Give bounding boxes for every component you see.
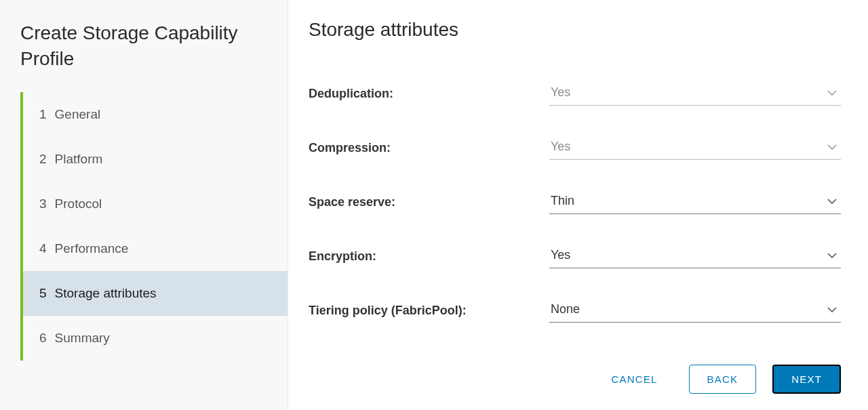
field-compression-row: Compression: Yes xyxy=(309,136,841,160)
wizard-footer: CANCEL BACK NEXT xyxy=(309,352,841,394)
step-performance[interactable]: 4 Performance xyxy=(23,226,288,271)
field-deduplication-row: Deduplication: Yes xyxy=(309,81,841,106)
select-control[interactable]: Thin xyxy=(549,190,841,214)
field-tiering-policy-row: Tiering policy (FabricPool): None xyxy=(309,298,841,323)
chevron-down-icon xyxy=(827,253,837,258)
compression-select[interactable]: Yes xyxy=(549,136,841,160)
wizard-container: Create Storage Capability Profile 1 Gene… xyxy=(0,0,868,410)
page-title: Storage attributes xyxy=(309,19,841,41)
step-label: Platform xyxy=(55,152,103,167)
wizard-steps: 1 General 2 Platform 3 Protocol 4 Perfor… xyxy=(20,92,288,361)
encryption-select[interactable]: Yes xyxy=(549,244,841,268)
step-label: Protocol xyxy=(55,197,102,211)
field-label: Encryption: xyxy=(309,249,549,264)
field-space-reserve-row: Space reserve: Thin xyxy=(309,190,841,214)
step-num: 1 xyxy=(39,107,47,122)
select-value: Yes xyxy=(551,85,570,100)
wizard-title: Create Storage Capability Profile xyxy=(20,20,288,72)
field-label: Compression: xyxy=(309,141,549,155)
chevron-down-icon xyxy=(827,199,837,204)
select-value: Thin xyxy=(551,194,574,208)
field-label: Space reserve: xyxy=(309,195,549,209)
step-general[interactable]: 1 General xyxy=(23,92,288,137)
step-platform[interactable]: 2 Platform xyxy=(23,137,288,182)
select-control[interactable]: Yes xyxy=(549,81,841,106)
field-label: Deduplication: xyxy=(309,87,549,101)
cancel-button[interactable]: CANCEL xyxy=(596,365,672,393)
select-value: None xyxy=(551,302,580,316)
select-value: Yes xyxy=(551,248,570,262)
field-label: Tiering policy (FabricPool): xyxy=(309,304,549,318)
step-protocol[interactable]: 3 Protocol xyxy=(23,182,288,226)
step-num: 3 xyxy=(39,197,47,211)
step-label: General xyxy=(55,107,101,122)
step-num: 4 xyxy=(39,241,47,256)
field-encryption-row: Encryption: Yes xyxy=(309,244,841,268)
tiering-policy-select[interactable]: None xyxy=(549,298,841,323)
form-rows: Deduplication: Yes Compression: Yes xyxy=(309,81,841,352)
step-num: 6 xyxy=(39,331,47,346)
select-value: Yes xyxy=(551,140,570,154)
step-summary[interactable]: 6 Summary xyxy=(23,316,288,361)
step-label: Storage attributes xyxy=(55,286,157,301)
step-label: Summary xyxy=(55,331,110,346)
step-storage-attributes[interactable]: 5 Storage attributes xyxy=(23,271,288,316)
chevron-down-icon xyxy=(827,144,837,150)
step-num: 5 xyxy=(39,286,47,301)
step-label: Performance xyxy=(55,241,129,256)
select-control[interactable]: None xyxy=(549,298,841,323)
wizard-main: Storage attributes Deduplication: Yes Co… xyxy=(288,0,868,410)
step-num: 2 xyxy=(39,152,47,167)
chevron-down-icon xyxy=(827,90,837,96)
back-button[interactable]: BACK xyxy=(689,365,757,394)
select-control[interactable]: Yes xyxy=(549,244,841,268)
space-reserve-select[interactable]: Thin xyxy=(549,190,841,214)
select-control[interactable]: Yes xyxy=(549,136,841,160)
deduplication-select[interactable]: Yes xyxy=(549,81,841,106)
next-button[interactable]: NEXT xyxy=(772,365,841,394)
chevron-down-icon xyxy=(827,307,837,312)
wizard-sidebar: Create Storage Capability Profile 1 Gene… xyxy=(0,0,288,410)
